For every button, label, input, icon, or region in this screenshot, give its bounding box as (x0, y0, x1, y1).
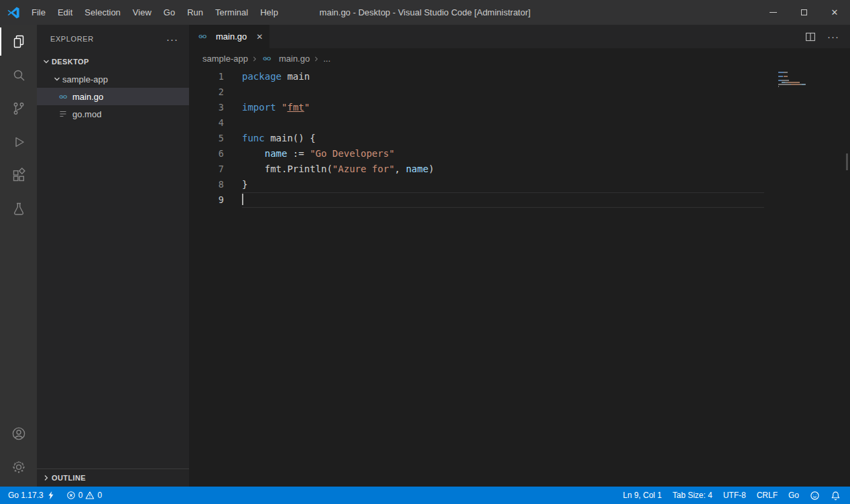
code-line[interactable]: 7 fmt.Println("Azure for", name) (189, 162, 850, 177)
section-desktop[interactable]: DESKTOP (37, 53, 189, 70)
language-mode-item[interactable]: Go (783, 487, 804, 504)
source-control-icon (11, 101, 27, 117)
folder-sample-app[interactable]: sample-app (37, 70, 189, 88)
code-line[interactable]: 6 name := "Go Developers" (189, 146, 850, 162)
feedback-smiley-icon (810, 491, 820, 501)
tab-close-icon[interactable]: ✕ (256, 32, 263, 42)
code-line[interactable]: 5func main() { (189, 131, 850, 146)
outline-label: OUTLINE (52, 474, 86, 482)
activity-extensions[interactable] (0, 159, 37, 192)
editor-group: GO main.go ✕ ··· sample-app GO main.go .… (189, 25, 850, 487)
notifications-item[interactable] (825, 487, 846, 504)
menu-help[interactable]: Help (254, 0, 284, 25)
title-bar: FileEditSelectionViewGoRunTerminalHelp m… (0, 0, 850, 25)
tab-size-label: Tab Size: 4 (672, 491, 712, 500)
warning-count: 0 (97, 491, 102, 500)
menu-run[interactable]: Run (181, 0, 209, 25)
code-line[interactable]: 8} (189, 177, 850, 192)
line-number: 8 (189, 177, 224, 192)
minimize-button[interactable] (757, 0, 788, 25)
bell-icon (831, 491, 841, 501)
menu-selection[interactable]: Selection (78, 0, 126, 25)
breadcrumbs: sample-app GO main.go ... (189, 48, 850, 69)
code-editor[interactable]: 1package main23import "fmt"45func main()… (189, 69, 850, 487)
code-line[interactable]: 4 (189, 115, 850, 131)
menu-terminal[interactable]: Terminal (209, 0, 254, 25)
activity-run-debug[interactable] (0, 125, 37, 159)
cursor-position-label: Ln 9, Col 1 (623, 491, 662, 500)
code-line-content (242, 192, 764, 208)
folder-label: sample-app (62, 74, 108, 84)
code-line[interactable]: 3import "fmt" (189, 100, 850, 115)
status-bar-right: Ln 9, Col 1 Tab Size: 4 UTF-8 CRLF Go (617, 487, 846, 504)
testing-beaker-icon (11, 201, 27, 217)
settings-button[interactable] (0, 450, 37, 484)
file-main-go[interactable]: GO main.go (37, 88, 189, 105)
line-number: 1 (189, 69, 224, 84)
run-debug-icon (11, 134, 27, 150)
warning-icon (85, 491, 95, 500)
breadcrumb-file-label: main.go (279, 54, 310, 64)
code-line[interactable]: 2 (189, 84, 850, 100)
minimize-icon (770, 12, 777, 13)
activity-testing[interactable] (0, 192, 37, 226)
go-version-item[interactable]: Go 1.17.3 (3, 487, 61, 504)
line-number: 2 (189, 84, 224, 100)
menu-go[interactable]: Go (158, 0, 181, 25)
cursor-position-item[interactable]: Ln 9, Col 1 (617, 487, 667, 504)
code-line[interactable]: 1package main (189, 69, 850, 84)
editor-actions: ··· (804, 25, 850, 48)
activity-source-control[interactable] (0, 92, 37, 125)
menu-file[interactable]: File (25, 0, 52, 25)
breadcrumb-file[interactable]: GO main.go (261, 54, 310, 64)
code-line-content: } (242, 177, 764, 192)
text-cursor (242, 194, 243, 205)
menu-view[interactable]: View (127, 0, 158, 25)
file-label: go.mod (72, 109, 101, 119)
gear-icon (11, 459, 27, 475)
window-title: main.go - Desktop - Visual Studio Code [… (320, 7, 531, 17)
search-icon (11, 67, 27, 83)
code-line-content (242, 115, 764, 131)
problems-item[interactable]: 0 0 (61, 487, 107, 504)
line-number: 3 (189, 100, 224, 115)
line-number: 5 (189, 131, 224, 146)
line-number: 7 (189, 162, 224, 177)
tab-main-go[interactable]: GO main.go ✕ (189, 25, 269, 48)
scrollbar-marker[interactable] (846, 153, 848, 170)
minimap[interactable] (778, 72, 840, 90)
code-line[interactable]: 9 (189, 192, 850, 208)
tab-size-item[interactable]: Tab Size: 4 (667, 487, 717, 504)
feedback-item[interactable] (804, 487, 825, 504)
extensions-icon (11, 168, 27, 184)
breadcrumb-symbol[interactable]: ... (323, 54, 330, 64)
activity-explorer[interactable] (0, 25, 37, 58)
error-count: 0 (78, 491, 83, 500)
encoding-item[interactable]: UTF-8 (718, 487, 751, 504)
generic-file-icon (58, 109, 68, 119)
split-editor-icon[interactable] (804, 31, 816, 43)
outline-section[interactable]: OUTLINE (37, 468, 189, 487)
maximize-button[interactable] (788, 0, 819, 25)
sidebar-header: EXPLORER ··· (37, 25, 189, 53)
chevron-down-icon (52, 74, 62, 84)
menu-edit[interactable]: Edit (52, 0, 78, 25)
eol-item[interactable]: CRLF (751, 487, 783, 504)
close-icon: ✕ (831, 8, 839, 17)
close-button[interactable]: ✕ (819, 0, 850, 25)
file-label: main.go (72, 92, 103, 102)
eol-label: CRLF (757, 491, 778, 500)
activity-search[interactable] (0, 58, 37, 92)
editor-more-actions-icon[interactable]: ··· (827, 31, 839, 42)
line-number: 9 (189, 192, 224, 208)
code-lines: 1package main23import "fmt"45func main()… (189, 69, 850, 208)
accounts-icon (11, 426, 27, 442)
chevron-right-icon (41, 472, 52, 483)
status-bar: Go 1.17.3 0 0 Ln 9, Col 1 Tab Size: 4 UT… (0, 487, 850, 504)
file-go-mod[interactable]: go.mod (37, 105, 189, 123)
explorer-icon (11, 34, 27, 50)
vscode-logo-icon (7, 6, 20, 19)
breadcrumb-folder[interactable]: sample-app (202, 54, 248, 64)
explorer-more-actions-icon[interactable]: ··· (166, 34, 178, 45)
accounts-button[interactable] (0, 417, 37, 450)
